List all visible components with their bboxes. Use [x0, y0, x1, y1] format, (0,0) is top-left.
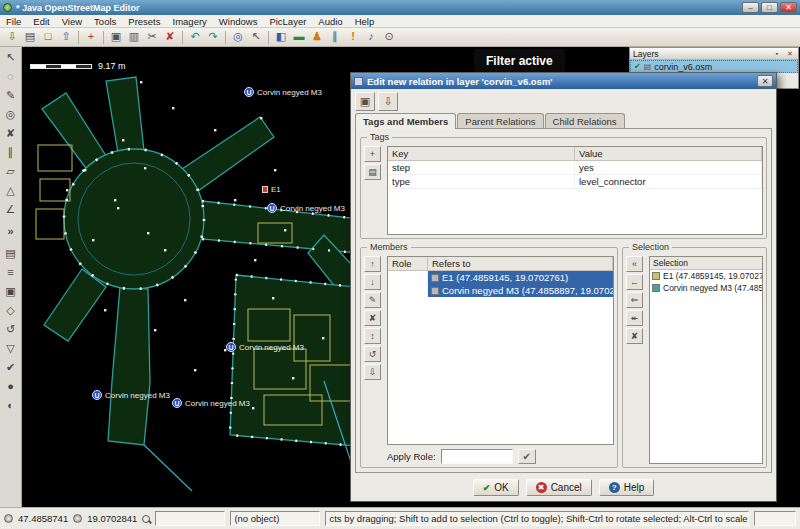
- dialog-close-button[interactable]: ✕: [757, 75, 773, 87]
- search-icon[interactable]: ⊙: [381, 29, 397, 45]
- move-down-icon[interactable]: ↓: [364, 274, 381, 290]
- download-data-icon[interactable]: ⇩: [4, 29, 20, 45]
- menu-tools[interactable]: Tools: [88, 16, 122, 27]
- paste-tags-icon[interactable]: ▤: [364, 164, 381, 180]
- add-tag-icon[interactable]: +: [364, 146, 381, 162]
- ok-button[interactable]: ✔ OK: [473, 479, 519, 496]
- remove-member-icon[interactable]: ✘: [364, 310, 381, 326]
- tab-parent-relations[interactable]: Parent Relations: [457, 113, 543, 129]
- angle-snap-tool-icon[interactable]: ∠: [2, 201, 20, 218]
- tab-tags-and-members[interactable]: Tags and Members: [355, 113, 456, 129]
- relations-panel-toggle-icon[interactable]: ◇: [2, 302, 20, 319]
- cancel-button[interactable]: ✖ Cancel: [526, 479, 592, 496]
- extrude-tool-icon[interactable]: ▱: [2, 163, 20, 180]
- crosshair-icon[interactable]: +: [83, 29, 99, 45]
- lasso-tool-icon[interactable]: ◌: [2, 68, 20, 85]
- zoom-field[interactable]: [155, 511, 225, 526]
- draw-node-tool-icon[interactable]: ✎: [2, 87, 20, 104]
- changeset-panel-toggle-icon[interactable]: ●: [2, 378, 20, 395]
- close-button[interactable]: ✕: [780, 2, 797, 13]
- layers-panel-toggle-icon[interactable]: ▤: [2, 245, 20, 262]
- more-tools-expander-icon[interactable]: »: [2, 223, 20, 240]
- layer-visible-checkbox[interactable]: ✔: [634, 62, 641, 71]
- undo-icon[interactable]: ↶: [187, 29, 203, 45]
- member-refers-cell[interactable]: Corvin negyed M3 (47.4858897, 19.0702808…: [428, 284, 613, 297]
- longitude-value: 19.0702841: [87, 513, 137, 524]
- download-incomplete-members-icon[interactable]: ⇩: [378, 92, 398, 111]
- redo-icon[interactable]: ↷: [205, 29, 221, 45]
- tag-key-cell[interactable]: type: [388, 175, 575, 188]
- car-icon[interactable]: ◧: [273, 29, 289, 45]
- bus-icon[interactable]: ▬: [291, 29, 307, 45]
- tag-row[interactable]: step yes: [388, 161, 762, 175]
- select-arrow-icon[interactable]: ↖: [248, 29, 264, 45]
- add-selection-before-icon[interactable]: ←: [626, 274, 643, 290]
- layers-panel-close-icon[interactable]: ✕: [785, 50, 795, 58]
- menu-view[interactable]: View: [56, 16, 88, 27]
- audio-icon[interactable]: ♪: [363, 29, 379, 45]
- reverse-order-icon[interactable]: ↺: [364, 346, 381, 362]
- commands-panel-toggle-icon[interactable]: ↺: [2, 321, 20, 338]
- parallel-way-tool-icon[interactable]: ∥: [2, 144, 20, 161]
- tag-value-cell[interactable]: level_connector: [575, 175, 762, 188]
- tab-child-relations[interactable]: Child Relations: [545, 113, 625, 129]
- apply-role-input[interactable]: [441, 449, 513, 464]
- window-titlebar[interactable]: * Java OpenStreetMap Editor – □ ✕: [0, 0, 800, 15]
- add-selection-after-icon[interactable]: ⇐: [626, 292, 643, 308]
- sort-members-icon[interactable]: ↕: [364, 328, 381, 344]
- delete-tool-icon[interactable]: ✘: [2, 125, 20, 142]
- tag-row[interactable]: type level_connector: [388, 175, 762, 189]
- apply-role-confirm-icon[interactable]: ✔: [518, 449, 536, 464]
- validator-panel-toggle-icon[interactable]: ✔: [2, 359, 20, 376]
- menu-presets[interactable]: Presets: [122, 16, 166, 27]
- layers-panel-sticky-icon[interactable]: ▪: [772, 50, 782, 57]
- move-up-icon[interactable]: ↑: [364, 256, 381, 272]
- member-refers-cell[interactable]: E1 (47.4859145, 19.0702761): [428, 271, 613, 284]
- menu-windows[interactable]: Windows: [213, 16, 264, 27]
- selection-row[interactable]: E1 (47.4859145, 19.0702761): [650, 270, 762, 282]
- minimap-toggle-icon[interactable]: ◐: [2, 397, 20, 414]
- toolbar-separator: [78, 31, 79, 44]
- pause-icon[interactable]: ∥: [327, 29, 343, 45]
- tag-value-cell[interactable]: yes: [575, 161, 762, 174]
- select-tool-icon[interactable]: ↖: [2, 49, 20, 66]
- member-row[interactable]: E1 (47.4859145, 19.0702761): [388, 271, 613, 284]
- properties-panel-toggle-icon[interactable]: ≡: [2, 264, 20, 281]
- zoom-tool-icon[interactable]: ◎: [2, 106, 20, 123]
- upload-icon[interactable]: ⇧: [58, 29, 74, 45]
- edit-member-icon[interactable]: ✎: [364, 292, 381, 308]
- member-row[interactable]: Corvin negyed M3 (47.4858897, 19.0702808…: [388, 284, 613, 297]
- add-selection-at-start-icon[interactable]: «: [626, 256, 643, 272]
- selection-panel-toggle-icon[interactable]: ▣: [2, 283, 20, 300]
- delete-icon[interactable]: ✘: [162, 29, 178, 45]
- warning-icon[interactable]: !: [345, 29, 361, 45]
- copy-icon[interactable]: ▣: [108, 29, 124, 45]
- help-button[interactable]: ? Help: [599, 479, 655, 496]
- add-selection-at-end-icon[interactable]: ↞: [626, 310, 643, 326]
- improve-way-tool-icon[interactable]: △: [2, 182, 20, 199]
- members-section: Members ↑ ↓ ✎ ✘ ↕ ↺ ⇩: [360, 247, 618, 468]
- dialog-titlebar[interactable]: Edit new relation in layer 'corvin_v6.os…: [351, 73, 776, 89]
- selection-row[interactable]: Corvin negyed M3 (47.4858897,: [650, 282, 762, 294]
- apply-changes-icon[interactable]: ▣: [355, 92, 375, 111]
- menu-piclayer[interactable]: PicLayer: [263, 16, 312, 27]
- member-role-cell[interactable]: [388, 271, 428, 284]
- scissors-icon[interactable]: ✂: [144, 29, 160, 45]
- tag-key-cell[interactable]: step: [388, 161, 575, 174]
- zoom-icon[interactable]: ◎: [230, 29, 246, 45]
- menu-audio[interactable]: Audio: [312, 16, 348, 27]
- menu-help[interactable]: Help: [349, 16, 381, 27]
- member-role-cell[interactable]: [388, 284, 428, 297]
- menu-edit[interactable]: Edit: [27, 16, 55, 27]
- menu-file[interactable]: File: [0, 16, 27, 27]
- filter-panel-toggle-icon[interactable]: ▽: [2, 340, 20, 357]
- remove-selected-members-icon[interactable]: ✘: [626, 328, 643, 344]
- save-icon[interactable]: ▤: [22, 29, 38, 45]
- pedestrian-icon[interactable]: ♟: [309, 29, 325, 45]
- paste-icon[interactable]: ▥: [126, 29, 142, 45]
- maximize-button[interactable]: □: [761, 2, 778, 13]
- menu-imagery[interactable]: Imagery: [167, 16, 213, 27]
- minimize-button[interactable]: –: [742, 2, 759, 13]
- download-members-icon[interactable]: ⇩: [364, 364, 381, 380]
- open-file-icon[interactable]: □: [40, 29, 56, 45]
